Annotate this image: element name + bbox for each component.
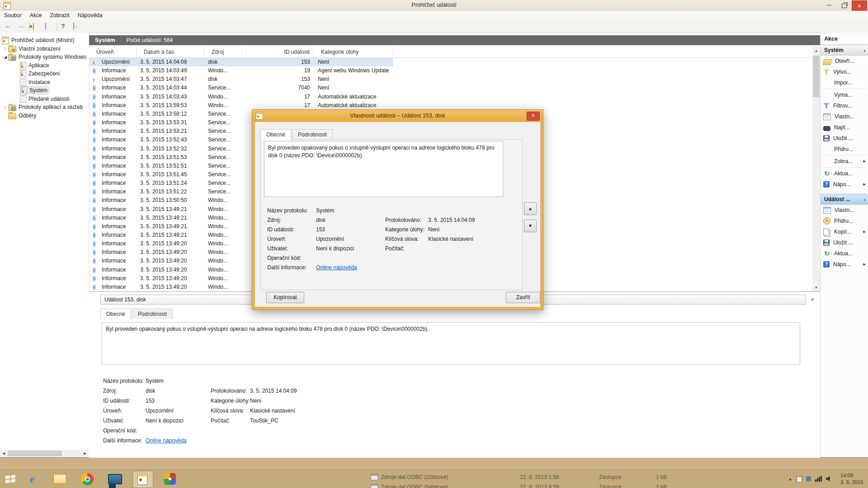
taskbar-colorful-app-icon[interactable]: [163, 472, 177, 486]
close-button[interactable]: ×: [852, 0, 867, 12]
copy-button[interactable]: Kopírovat: [266, 292, 304, 303]
action-item[interactable]: Přidru...: [821, 216, 868, 226]
scrollbar-thumb[interactable]: [8, 450, 62, 456]
show-console-tree-icon[interactable]: [45, 23, 46, 30]
sidebar-item[interactable]: Předané události: [20, 95, 69, 103]
taskbar-file-explorer-icon[interactable]: [52, 472, 67, 486]
next-event-button[interactable]: ▼: [524, 220, 537, 232]
column-header-3[interactable]: Zdroj: [204, 47, 246, 57]
tab-podrobnosti[interactable]: Podrobnosti: [132, 309, 173, 319]
action-item-label: Aktua...: [830, 250, 853, 257]
forward-button[interactable]: →: [17, 22, 24, 30]
field-value: 153: [146, 398, 155, 404]
menu-item-soubor[interactable]: Soubor: [0, 11, 26, 20]
taskbar-ie-icon[interactable]: e: [25, 472, 39, 486]
action-item[interactable]: ↻Aktua...: [821, 248, 868, 259]
online-help-link[interactable]: Online nápověda: [146, 437, 187, 444]
log-header-bar: Systém Počet událostí: 564: [89, 35, 820, 45]
close-dialog-button[interactable]: Zavřít: [506, 292, 540, 303]
action-item[interactable]: Vlastn...: [821, 205, 868, 216]
dialog-close-button[interactable]: ×: [527, 112, 540, 121]
action-item[interactable]: Filtrov...: [821, 100, 868, 111]
event-row[interactable]: iInformace3. 5. 2015 13:59:53Windo...17A…: [89, 101, 812, 110]
online-help-link[interactable]: Online nápověda: [316, 264, 357, 271]
column-header-2[interactable]: Datum a čas: [137, 47, 204, 57]
action-item[interactable]: Najít...: [821, 122, 868, 133]
action-item[interactable]: Kopír...▶: [821, 226, 868, 237]
action-item[interactable]: Uložit ...: [821, 133, 868, 144]
minimize-button[interactable]: [822, 0, 836, 10]
column-header-4[interactable]: ID události: [246, 47, 314, 57]
tree-horizontal-scrollbar[interactable]: ◀ ▶: [0, 450, 89, 457]
event-row[interactable]: !Upozornění3. 5. 2015 14:04:09disk153Nen…: [89, 58, 812, 66]
sidebar-item[interactable]: ▷Protokoly aplikací a služeb: [3, 103, 83, 111]
tab-obecné[interactable]: Obecné: [100, 309, 131, 320]
taskbar-event-viewer-icon[interactable]: [135, 472, 150, 486]
action-item[interactable]: Vyma...: [821, 89, 868, 100]
sidebar-item[interactable]: ◢Protokoly systému Windows: [3, 53, 86, 61]
sidebar-item[interactable]: Zabezpečení: [20, 70, 60, 78]
dialog-tab-obecné[interactable]: Obecné: [260, 129, 291, 141]
column-header-5[interactable]: Kategorie úlohy: [314, 47, 393, 57]
menu-item-akce[interactable]: Akce: [26, 11, 46, 20]
sidebar-item[interactable]: Instalace: [20, 78, 50, 86]
show-action-pane-icon[interactable]: [73, 23, 74, 30]
sidebar-item[interactable]: Odběry: [3, 112, 36, 120]
network-icon[interactable]: [815, 476, 822, 482]
field-label: Počítač:: [211, 418, 230, 424]
action-item[interactable]: Vlastn...: [821, 111, 868, 122]
scroll-down-icon[interactable]: ▼: [812, 284, 820, 291]
expander-collapsed-icon[interactable]: ▷: [3, 105, 8, 109]
restore-button[interactable]: [837, 0, 851, 10]
scroll-up-icon[interactable]: ▲: [812, 47, 820, 55]
action-item-label: Najít...: [830, 124, 850, 131]
previous-event-button[interactable]: ▲: [524, 202, 537, 215]
event-list-scrollbar[interactable]: ▲ ▼: [812, 47, 820, 291]
action-item[interactable]: ↻Aktua...: [821, 168, 868, 179]
tray-icon[interactable]: [797, 476, 802, 483]
dialog-tab-podrobnosti[interactable]: Podrobnosti: [292, 129, 333, 140]
expander-expanded-icon[interactable]: ◢: [3, 55, 8, 59]
taskbar-chrome-icon[interactable]: [80, 472, 94, 486]
sidebar-item[interactable]: Prohlížeč událostí (Místní): [2, 36, 74, 44]
action-item[interactable]: ?Nápo...▶: [821, 259, 868, 270]
action-item[interactable]: Impor...: [821, 77, 868, 88]
preview-close-icon[interactable]: ×: [808, 296, 816, 304]
taskbar-monitor-app-icon[interactable]: [108, 472, 122, 486]
scroll-right-icon[interactable]: ▶: [81, 450, 89, 457]
event-level: Informace: [102, 110, 126, 118]
menu-item-zobrazit[interactable]: Zobrazit: [46, 11, 73, 20]
taskbar-clock[interactable]: 14:09 3. 5. 2015: [840, 472, 863, 486]
export-list-icon[interactable]: [33, 23, 34, 30]
action-item[interactable]: ?Nápo...▶: [821, 179, 868, 190]
tray-icon[interactable]: [806, 476, 811, 481]
sidebar-item[interactable]: Aplikace: [20, 61, 49, 70]
event-datetime: 3. 5. 2015 13:49:21: [140, 205, 187, 214]
action-item[interactable]: Uložit ...: [821, 237, 868, 248]
collapse-section-icon[interactable]: ▲: [863, 49, 866, 52]
scrollbar-thumb[interactable]: [813, 56, 820, 97]
event-row[interactable]: !Upozornění3. 5. 2015 14:03:47disk153Nen…: [89, 75, 812, 84]
start-button[interactable]: [4, 473, 17, 485]
column-header-1[interactable]: Úroveň: [89, 47, 137, 57]
event-row[interactable]: iInformace3. 5. 2015 14:03:43Windo...17A…: [89, 93, 812, 101]
action-item[interactable]: Otevří...: [821, 56, 868, 66]
action-item[interactable]: Přidru...: [821, 144, 868, 155]
expander-collapsed-icon[interactable]: ▷: [3, 47, 8, 51]
scroll-left-icon[interactable]: ◀: [0, 450, 7, 457]
action-item[interactable]: Zobra...▶: [821, 156, 868, 167]
collapse-section-icon[interactable]: ▲: [863, 198, 866, 201]
volume-icon[interactable]: [826, 476, 832, 482]
event-row[interactable]: iInformace3. 5. 2015 14:03:44Service...7…: [89, 84, 812, 92]
action-section-header[interactable]: Událost ...▲: [821, 194, 868, 205]
field-label: Operační kód:: [103, 427, 137, 434]
action-item[interactable]: Vytvo...: [821, 66, 868, 77]
back-button[interactable]: ←: [5, 22, 12, 30]
action-section-header[interactable]: Systém▲: [821, 45, 868, 56]
event-row[interactable]: iInformace3. 5. 2015 14:03:49Windo...19A…: [89, 66, 812, 75]
help-icon[interactable]: ?: [61, 23, 65, 30]
sidebar-item[interactable]: ▷Vlastní zobrazení: [3, 45, 61, 53]
menu-item-nápověda[interactable]: Nápověda: [74, 11, 107, 20]
sidebar-item[interactable]: Systém: [20, 86, 49, 94]
show-hidden-icons-chevron[interactable]: ▲: [788, 477, 792, 481]
